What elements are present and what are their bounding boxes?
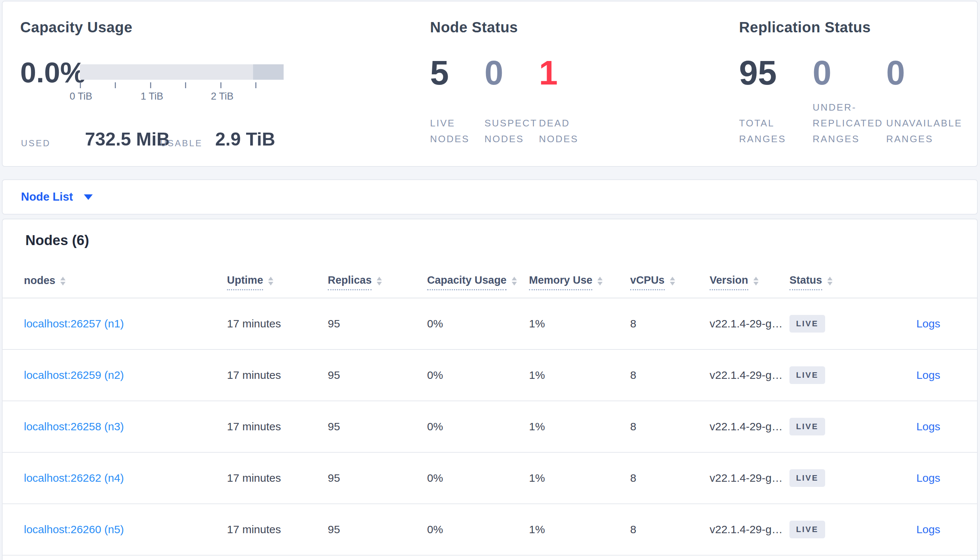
replicas-cell: 95 (328, 472, 427, 484)
replication-status-title: Replication Status (739, 19, 871, 36)
capacity-cell: 0% (427, 420, 529, 433)
node-link[interactable]: localhost:26257 (n1) (24, 317, 124, 330)
status-badge: LIVE (789, 315, 825, 333)
column-header-status[interactable]: Status (789, 274, 900, 290)
live-nodes-count: 5 (430, 56, 449, 90)
sort-icon (670, 277, 675, 285)
sort-icon (827, 277, 833, 285)
sort-icon (753, 277, 759, 285)
vcpus-cell: 8 (630, 523, 710, 536)
sort-icon (512, 277, 517, 285)
gauge-tick-label-2: 2 TiB (211, 91, 234, 102)
version-cell: v22.1.4-29-g… (710, 523, 789, 536)
column-header-version[interactable]: Version (710, 274, 789, 290)
version-cell: v22.1.4-29-g… (710, 420, 789, 433)
vcpus-cell: 8 (630, 369, 710, 382)
vcpus-cell: 8 (630, 420, 710, 433)
node-link[interactable]: localhost:26258 (n3) (24, 420, 124, 432)
nodes-table-title: Nodes (6) (25, 233, 89, 248)
column-header-vcpus[interactable]: vCPUs (630, 274, 710, 290)
logs-link[interactable]: Logs (916, 523, 940, 535)
chevron-down-icon (84, 194, 93, 200)
sort-icon (597, 277, 602, 285)
node-link[interactable]: localhost:26262 (n4) (24, 472, 124, 484)
capacity-percent-value: 0.0% (20, 58, 86, 87)
nodes-table-card: Nodes (6) nodes Uptime Replicas Capacity… (2, 218, 978, 560)
table-row: localhost:26260 (n5) 17 minutes 95 0% 1%… (3, 504, 977, 556)
capacity-cell: 0% (427, 472, 529, 484)
status-badge: LIVE (789, 469, 825, 487)
memory-cell: 1% (529, 369, 630, 382)
live-nodes-label: LIVENODES (430, 115, 469, 147)
under-replicated-ranges-count: 0 (813, 56, 831, 90)
replicas-cell: 95 (328, 523, 427, 536)
sort-icon (377, 277, 382, 285)
capacity-gauge-reserved-segment (253, 64, 284, 80)
capacity-cell: 0% (427, 369, 529, 382)
replicas-cell: 95 (328, 317, 427, 330)
used-value: 732.5 MiB (85, 130, 170, 148)
table-row: localhost:26262 (n4) 17 minutes 95 0% 1%… (3, 453, 977, 504)
uptime-cell: 17 minutes (227, 420, 328, 433)
unavailable-ranges-label: UNAVAILABLERANGES (886, 115, 962, 147)
node-status-title: Node Status (430, 19, 518, 36)
column-header-uptime[interactable]: Uptime (227, 274, 328, 290)
capacity-usage-title: Capacity Usage (20, 19, 132, 36)
table-row: localhost:26258 (n3) 17 minutes 95 0% 1%… (3, 401, 977, 453)
nodes-table: nodes Uptime Replicas Capacity Usage Mem… (3, 267, 977, 556)
total-ranges-count: 95 (739, 56, 776, 90)
memory-cell: 1% (529, 523, 630, 536)
node-list-dropdown-label: Node List (21, 190, 73, 203)
usable-label: USABLE (160, 138, 203, 148)
capacity-cell: 0% (427, 523, 529, 536)
capacity-gauge-ticks (80, 82, 284, 88)
capacity-cell: 0% (427, 317, 529, 330)
column-header-memory-use[interactable]: Memory Use (529, 274, 630, 290)
version-cell: v22.1.4-29-g… (710, 317, 789, 330)
memory-cell: 1% (529, 420, 630, 433)
column-header-replicas[interactable]: Replicas (328, 274, 427, 290)
usable-value: 2.9 TiB (215, 130, 275, 148)
logs-link[interactable]: Logs (916, 420, 940, 432)
uptime-cell: 17 minutes (227, 369, 328, 382)
dead-nodes-count: 1 (539, 56, 558, 90)
uptime-cell: 17 minutes (227, 472, 328, 484)
cluster-summary-card: Capacity Usage Node Status Replication S… (2, 1, 978, 167)
table-row: localhost:26259 (n2) 17 minutes 95 0% 1%… (3, 350, 977, 401)
dead-nodes-label: DEADNODES (539, 115, 578, 147)
vcpus-cell: 8 (630, 317, 710, 330)
gauge-tick-label-1: 1 TiB (140, 91, 163, 102)
under-replicated-ranges-label: UNDER-REPLICATEDRANGES (813, 100, 883, 147)
column-header-capacity-usage[interactable]: Capacity Usage (427, 274, 529, 290)
uptime-cell: 17 minutes (227, 523, 328, 536)
logs-link[interactable]: Logs (916, 317, 940, 330)
total-ranges-label: TOTALRANGES (739, 115, 786, 147)
column-header-nodes[interactable]: nodes (24, 275, 227, 290)
node-link[interactable]: localhost:26259 (n2) (24, 369, 124, 381)
sort-icon (268, 277, 273, 285)
table-row: localhost:26257 (n1) 17 minutes 95 0% 1%… (3, 298, 977, 350)
suspect-nodes-label: SUSPECTNODES (485, 115, 537, 147)
replicas-cell: 95 (328, 420, 427, 433)
version-cell: v22.1.4-29-g… (710, 369, 789, 382)
version-cell: v22.1.4-29-g… (710, 472, 789, 484)
status-badge: LIVE (789, 367, 825, 384)
status-badge: LIVE (789, 521, 825, 538)
memory-cell: 1% (529, 472, 630, 484)
unavailable-ranges-count: 0 (886, 56, 905, 90)
node-list-dropdown[interactable]: Node List (21, 190, 93, 203)
used-label: USED (21, 138, 51, 148)
node-link[interactable]: localhost:26260 (n5) (24, 523, 124, 535)
uptime-cell: 17 minutes (227, 317, 328, 330)
status-badge: LIVE (789, 418, 825, 435)
logs-link[interactable]: Logs (916, 369, 940, 381)
memory-cell: 1% (529, 317, 630, 330)
suspect-nodes-count: 0 (485, 56, 503, 90)
table-header-row: nodes Uptime Replicas Capacity Usage Mem… (3, 267, 977, 298)
logs-link[interactable]: Logs (916, 472, 940, 484)
vcpus-cell: 8 (630, 472, 710, 484)
sort-icon (60, 277, 65, 285)
capacity-gauge (80, 64, 284, 80)
view-selector-card: Node List (2, 179, 978, 215)
replicas-cell: 95 (328, 369, 427, 382)
